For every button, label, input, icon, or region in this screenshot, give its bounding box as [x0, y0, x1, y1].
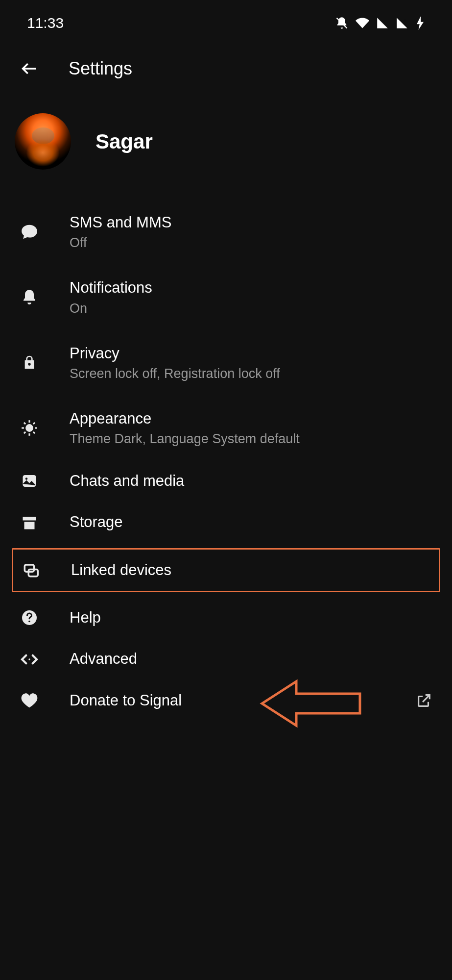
- setting-text: Chats and media: [70, 471, 432, 491]
- image-icon: [20, 471, 39, 491]
- setting-title: Linked devices: [71, 560, 431, 580]
- setting-subtitle: Theme Dark, Language System default: [70, 431, 432, 447]
- setting-subtitle: On: [70, 301, 432, 316]
- svg-point-18: [28, 621, 30, 623]
- svg-rect-13: [23, 517, 36, 521]
- setting-linked-devices[interactable]: Linked devices: [13, 550, 439, 591]
- setting-appearance[interactable]: Appearance Theme Dark, Language System d…: [0, 395, 452, 460]
- setting-advanced[interactable]: Advanced: [0, 638, 452, 679]
- setting-title: Privacy: [70, 344, 432, 363]
- setting-title: SMS and MMS: [70, 213, 432, 232]
- settings-list: SMS and MMS Off Notifications On Privacy…: [0, 199, 452, 721]
- setting-text: Appearance Theme Dark, Language System d…: [70, 409, 432, 447]
- setting-subtitle: Off: [70, 235, 432, 251]
- setting-chats[interactable]: Chats and media: [0, 460, 452, 502]
- setting-donate[interactable]: Donate to Signal: [0, 680, 452, 721]
- header: Settings: [0, 44, 452, 99]
- profile-section[interactable]: Sagar: [0, 99, 452, 199]
- status-bar: 11:33 x: [0, 0, 452, 44]
- status-icons: x: [335, 16, 425, 30]
- setting-text: SMS and MMS Off: [70, 213, 432, 251]
- charging-icon: [415, 16, 425, 30]
- avatar: [15, 113, 71, 170]
- setting-title: Donate to Signal: [70, 691, 385, 710]
- setting-text: Donate to Signal: [70, 691, 385, 710]
- bell-icon: [20, 287, 39, 307]
- code-icon: [20, 650, 39, 669]
- setting-title: Advanced: [70, 649, 432, 669]
- page-title: Settings: [69, 58, 132, 79]
- signal-x-icon: x: [396, 17, 408, 29]
- svg-rect-14: [24, 522, 35, 529]
- svg-line-8: [33, 431, 35, 433]
- setting-help[interactable]: Help: [0, 597, 452, 638]
- setting-title: Notifications: [70, 278, 432, 298]
- setting-text: Notifications On: [70, 278, 432, 316]
- signal-icon: [376, 17, 389, 29]
- bell-mute-icon: [335, 16, 349, 30]
- setting-title: Help: [70, 608, 432, 628]
- sun-icon: [20, 418, 39, 438]
- svg-point-19: [28, 658, 30, 660]
- chat-bubble-icon: [20, 222, 39, 242]
- svg-text:x: x: [404, 17, 406, 23]
- setting-subtitle: Screen lock off, Registration lock off: [70, 366, 432, 381]
- setting-privacy[interactable]: Privacy Screen lock off, Registration lo…: [0, 330, 452, 395]
- setting-title: Appearance: [70, 409, 432, 428]
- wifi-icon: [356, 16, 369, 30]
- setting-text: Linked devices: [71, 560, 431, 580]
- setting-storage[interactable]: Storage: [0, 502, 452, 543]
- heart-icon: [20, 691, 39, 710]
- svg-line-7: [24, 422, 25, 424]
- status-time: 11:33: [27, 15, 64, 31]
- setting-text: Advanced: [70, 649, 432, 669]
- back-button[interactable]: [20, 59, 39, 78]
- svg-point-2: [26, 425, 33, 431]
- archive-icon: [20, 513, 39, 532]
- lock-icon: [20, 352, 39, 372]
- linked-devices-icon: [21, 560, 41, 580]
- setting-text: Help: [70, 608, 432, 628]
- svg-line-9: [24, 431, 25, 433]
- setting-title: Chats and media: [70, 471, 432, 491]
- setting-text: Privacy Screen lock off, Registration lo…: [70, 344, 432, 381]
- svg-point-12: [25, 478, 28, 480]
- help-icon: [20, 608, 39, 628]
- external-link-icon: [416, 692, 432, 709]
- svg-line-10: [33, 422, 35, 424]
- profile-name: Sagar: [95, 130, 153, 153]
- setting-title: Storage: [70, 512, 432, 532]
- setting-text: Storage: [70, 512, 432, 532]
- setting-sms[interactable]: SMS and MMS Off: [0, 199, 452, 264]
- highlight-box: Linked devices: [12, 548, 440, 592]
- setting-notifications[interactable]: Notifications On: [0, 264, 452, 329]
